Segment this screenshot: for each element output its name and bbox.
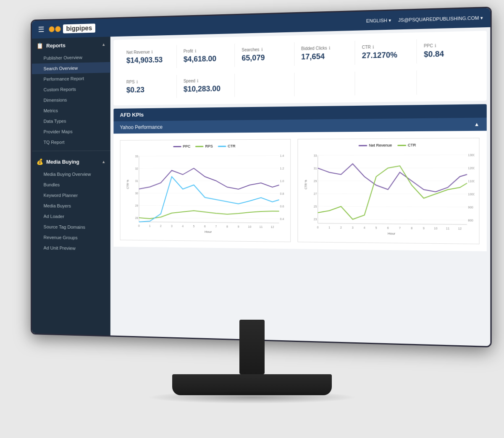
kpi-profit: Profit ℹ $4,618.00 [177,44,235,68]
monitor-stand-neck [239,320,265,374]
svg-text:31: 31 [314,167,317,170]
svg-text:1200: 1200 [468,167,475,169]
main-layout: 📋 Reports ▲ Publisher Overview Search Ov… [32,27,491,346]
legend-rps-dot [195,146,204,147]
svg-text:900: 900 [468,206,473,209]
kpi-searches: Searches ℹ 65,079 [235,42,294,67]
kpi-net-revenue-info[interactable]: ℹ [152,50,153,54]
svg-line-4 [139,206,279,206]
sidebar-item-media-buyers[interactable]: Media Buyers [32,201,110,211]
legend-rps: RPS [195,144,213,149]
logo-icon [49,26,61,32]
kpi-ppc-label: PPC ℹ [424,42,472,48]
svg-line-1 [139,168,279,169]
user-email[interactable]: JS@PSQUAREDPUBLISHING.COM ▾ [398,15,483,23]
svg-text:5: 5 [193,225,195,228]
sidebar: 📋 Reports ▲ Publisher Overview Search Ov… [32,36,110,335]
sidebar-item-search-overview[interactable]: Search Overview [32,62,110,74]
app-name: bigpipes [63,23,95,33]
svg-text:11: 11 [446,227,449,230]
sidebar-item-revenue-groups[interactable]: Revenue Groups [32,232,110,243]
kpi-ctr-info[interactable]: ℹ [373,44,374,49]
sidebar-item-provider-maps[interactable]: Provider Maps [32,126,110,137]
kpi-rps-info[interactable]: ℹ [136,80,138,84]
sidebar-item-publisher-overview[interactable]: Publisher Overview [32,52,110,64]
chart-1-legend: PPC RPS CTR [124,144,286,149]
reports-section-header[interactable]: 📋 Reports ▲ [32,36,110,53]
svg-text:1.0: 1.0 [280,180,284,182]
svg-text:31: 31 [135,180,139,182]
svg-text:0: 0 [317,226,319,229]
logo-circle-2 [55,26,60,32]
sidebar-item-tq-report[interactable]: TQ Report [32,136,110,147]
sidebar-item-dimensions[interactable]: Dimensions [32,94,110,106]
svg-text:4: 4 [182,224,184,227]
svg-text:9: 9 [238,225,239,228]
kpi-speed: Speed ℹ $10,283.00 [177,74,235,98]
kpi-ppc-info[interactable]: ℹ [435,43,436,48]
svg-text:10: 10 [434,227,437,229]
monitor-stand-shadow [147,391,357,404]
media-buying-section-header[interactable]: 💰 Media Buying ▲ [32,154,110,169]
sidebar-item-performance-report[interactable]: Performance Report [32,73,110,84]
sidebar-item-keyword-planner[interactable]: Keyword Planner [32,190,110,201]
yahoo-performance-collapse[interactable]: ▲ [474,121,480,128]
svg-text:12: 12 [271,225,274,228]
charts-area: PPC RPS CTR [113,131,486,251]
svg-text:28: 28 [135,216,139,219]
media-buying-title: Media Buying [46,159,79,165]
logo-area: bigpipes [49,23,95,34]
legend-net-revenue: Net Revenue [359,143,392,148]
kpi-profit-info[interactable]: ℹ [194,49,196,53]
kpi-speed-info[interactable]: ℹ [197,78,199,83]
legend-ppc: PPC [173,144,190,149]
svg-line-40 [318,219,467,220]
sidebar-item-bundles[interactable]: Bundles [32,180,110,190]
svg-line-42 [318,223,467,224]
kpi-bidded-clicks-info[interactable]: ℹ [329,46,331,50]
svg-text:7: 7 [215,225,217,228]
svg-line-5 [139,218,279,219]
svg-text:12: 12 [458,227,462,230]
svg-text:9: 9 [423,227,425,229]
kpi-empty-1 [235,73,294,97]
svg-line-3 [139,193,279,193]
kpi-searches-label: Searches ℹ [242,47,287,52]
svg-text:1: 1 [328,226,330,229]
legend-ctr-dot [218,146,226,147]
sidebar-item-source-tag-domains[interactable]: Source Tag Domains [32,222,110,233]
language-selector[interactable]: ENGLISH ▾ [366,18,391,24]
svg-text:33: 33 [135,155,139,158]
kpi-bidded-clicks: Bidded Clicks ℹ 17,654 [294,41,355,66]
sidebar-item-custom-reports[interactable]: Custom Reports [32,83,110,95]
legend-ctr-2: CTR [397,143,416,148]
reports-title: Reports [46,42,66,49]
screen: ☰ bigpipes ENGLISH ▾ JS@PSQUAREDPUBLISHI… [32,8,491,346]
kpi-net-revenue: Net Revenue ℹ $14,903.53 [120,45,177,69]
sidebar-item-data-types[interactable]: Data Types [32,115,110,127]
kpi-speed-value: $10,283.00 [184,84,228,94]
legend-rps-label: RPS [205,144,213,149]
kpi-profit-label: Profit ℹ [184,48,228,53]
sidebar-item-metrics[interactable]: Metrics [32,104,110,116]
svg-text:3: 3 [171,224,173,227]
sidebar-item-media-buying-overview[interactable]: Media Buying Overview [32,169,110,179]
svg-line-7 [139,222,279,223]
svg-text:0: 0 [138,224,140,227]
svg-line-36 [318,168,467,168]
svg-line-35 [318,155,467,155]
sidebar-divider [32,151,110,151]
chart-2-svg: 33 31 29 27 25 23 1300 1200 1100 1000 [302,151,475,238]
svg-text:32: 32 [135,167,139,170]
sidebar-item-ad-unit-preview[interactable]: Ad Unit Preview [32,242,110,254]
svg-line-0 [139,156,279,156]
svg-text:1.4: 1.4 [280,154,284,157]
svg-text:8: 8 [411,227,412,229]
kpi-searches-info[interactable]: ℹ [261,47,263,52]
svg-text:2: 2 [340,226,342,229]
svg-text:33: 33 [314,154,317,157]
hamburger-icon[interactable]: ☰ [38,25,45,34]
sidebar-item-ad-loader[interactable]: Ad Loader [32,211,110,222]
svg-text:CTR %: CTR % [126,180,129,189]
svg-text:CTR %: CTR % [304,180,307,190]
